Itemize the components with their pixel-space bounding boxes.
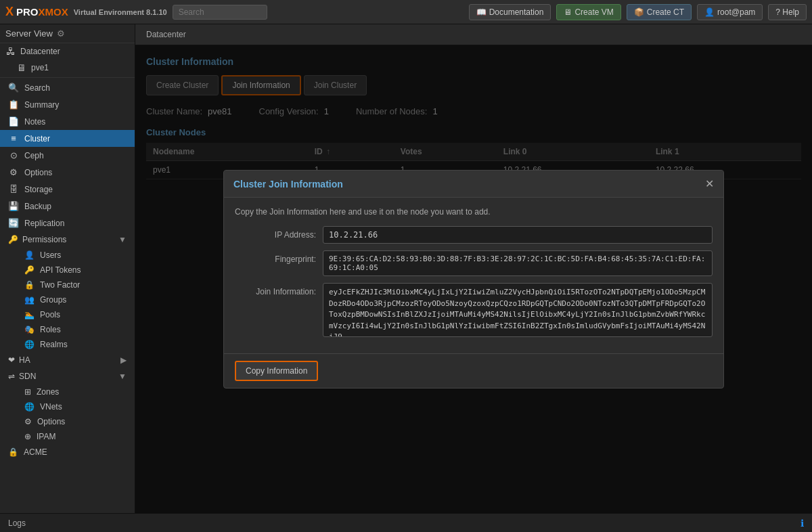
sidebar-item-realms[interactable]: 🌐 Realms <box>0 337 135 352</box>
sdn-expand-icon: ▼ <box>118 372 127 381</box>
zones-icon: ⊞ <box>24 387 31 397</box>
close-icon[interactable]: ✕ <box>705 177 714 190</box>
logo-x: X <box>5 5 14 19</box>
vm-icon: 🖥 <box>564 7 572 17</box>
sidebar-item-pve1[interactable]: 🖥 pve1 <box>0 60 135 76</box>
join-info-label: Join Information: <box>235 283 316 296</box>
info-icon: ℹ <box>800 518 804 529</box>
roles-label: Roles <box>40 325 61 334</box>
help-button[interactable]: ? Help <box>768 4 807 20</box>
backup-icon: 💾 <box>8 201 19 211</box>
sidebar-item-ha[interactable]: ❤ HA ▶ <box>0 352 135 368</box>
sidebar-item-search[interactable]: 🔍 Search <box>0 79 135 96</box>
storage-label: Storage <box>24 185 53 194</box>
acme-icon: 🔒 <box>8 447 18 457</box>
cluster-label: Cluster <box>24 134 50 143</box>
replication-icon: 🔄 <box>8 218 19 228</box>
permissions-label: Permissions <box>22 235 66 244</box>
chevron-down-icon: ▼ <box>118 235 127 244</box>
join-info-value: eyJcEFkZHJIc3MiOibxMC4yLjIxLjY2IiwiZmluZ… <box>323 283 713 337</box>
datacenter-label: Datacenter <box>20 47 60 56</box>
sidebar-item-permissions[interactable]: 🔑 Permissions ▼ <box>0 231 135 248</box>
fingerprint-value: 9E:39:65:CA:D2:58:93:B0:3D:88:7F:B3:3E:2… <box>323 250 713 276</box>
book-icon: 📖 <box>476 7 487 17</box>
sidebar-item-notes[interactable]: 📄 Notes <box>0 113 135 130</box>
vnets-icon: 🌐 <box>24 402 35 412</box>
options-sdn-icon: ⚙ <box>24 417 32 426</box>
fingerprint-label: Fingerprint: <box>235 250 316 264</box>
replication-label: Replication <box>24 219 64 228</box>
sidebar-item-ceph[interactable]: ⊙ Ceph <box>0 147 135 164</box>
sidebar-item-datacenter[interactable]: 🖧 Datacenter <box>0 43 135 60</box>
sidebar-item-pools[interactable]: 🏊 Pools <box>0 307 135 322</box>
modal-overlay: Cluster Join Information ✕ Copy the Join… <box>135 45 812 513</box>
ceph-label: Ceph <box>24 151 44 160</box>
create-vm-button[interactable]: 🖥 Create VM <box>556 4 621 20</box>
users-icon: 👤 <box>24 250 35 260</box>
modal-body: Copy the Join Information here and use i… <box>224 198 723 353</box>
realms-icon: 🌐 <box>24 340 35 349</box>
sidebar-item-two-factor[interactable]: 🔒 Two Factor <box>0 278 135 292</box>
search-input-top[interactable] <box>173 5 267 20</box>
content-inner: Cluster Information Create Cluster Join … <box>135 45 812 513</box>
user-icon: 👤 <box>704 7 715 17</box>
ip-address-row: IP Address: 10.2.21.66 <box>235 226 713 244</box>
zones-label: Zones <box>37 387 59 397</box>
ha-icon: ❤ <box>8 355 15 365</box>
sidebar-title: Server View <box>5 28 53 39</box>
backup-label: Backup <box>24 202 51 211</box>
realms-label: Realms <box>40 340 68 349</box>
sidebar-item-options-sdn[interactable]: ⚙ Options <box>0 414 135 429</box>
logo: X PROXMOX Virtual Environment 8.1.10 <box>5 5 167 19</box>
sdn-icon: ⇌ <box>8 372 15 381</box>
notes-icon: 📄 <box>8 116 19 127</box>
sidebar-item-options[interactable]: ⚙ Options <box>0 164 135 181</box>
sidebar-item-backup[interactable]: 💾 Backup <box>0 198 135 215</box>
sidebar-item-cluster[interactable]: ≡ Cluster <box>0 130 135 147</box>
datacenter-icon: 🖧 <box>5 46 16 57</box>
sidebar-item-ipam[interactable]: ⊕ IPAM <box>0 429 135 444</box>
ip-label: IP Address: <box>235 226 316 240</box>
app-subtitle: Virtual Environment 8.1.10 <box>74 8 167 16</box>
documentation-button[interactable]: 📖 Documentation <box>469 4 551 20</box>
sidebar-item-replication[interactable]: 🔄 Replication <box>0 215 135 231</box>
gear-icon[interactable]: ⚙ <box>57 28 65 39</box>
sidebar-item-users[interactable]: 👤 Users <box>0 248 135 263</box>
fingerprint-row: Fingerprint: 9E:39:65:CA:D2:58:93:B0:3D:… <box>235 250 713 276</box>
ha-label: HA <box>19 355 30 365</box>
groups-label: Groups <box>40 295 66 305</box>
sidebar-item-zones[interactable]: ⊞ Zones <box>0 384 135 399</box>
permissions-icon: 🔑 <box>8 235 18 244</box>
user-button[interactable]: 👤 root@pam <box>697 4 763 20</box>
roles-icon: 🎭 <box>24 325 35 334</box>
sidebar-item-sdn[interactable]: ⇌ SDN ▼ <box>0 368 135 384</box>
pools-label: Pools <box>40 310 60 319</box>
sidebar-item-groups[interactable]: 👥 Groups <box>0 292 135 307</box>
sidebar-item-storage[interactable]: 🗄 Storage <box>0 181 135 198</box>
logs-bar: Logs ℹ <box>0 513 812 532</box>
options-label: Options <box>24 168 52 177</box>
sidebar-item-summary[interactable]: 📋 Summary <box>0 96 135 113</box>
create-ct-button[interactable]: 📦 Create CT <box>627 4 692 20</box>
modal-footer: Copy Information <box>224 353 723 388</box>
search-nav-icon: 🔍 <box>8 83 19 93</box>
pve1-label: pve1 <box>31 63 49 72</box>
sdn-label: SDN <box>19 372 36 381</box>
sidebar-item-vnets[interactable]: 🌐 VNets <box>0 399 135 414</box>
summary-label: Summary <box>24 100 59 110</box>
join-info-row: Join Information: eyJcEFkZHJIc3MiOibxMC4… <box>235 283 713 337</box>
vnets-label: VNets <box>40 402 62 412</box>
modal-title: Cluster Join Information <box>233 179 343 190</box>
sidebar-item-roles[interactable]: 🎭 Roles <box>0 322 135 337</box>
pools-icon: 🏊 <box>24 310 35 319</box>
api-tokens-label: API Tokens <box>40 265 81 275</box>
modal-description: Copy the Join Information here and use i… <box>235 207 713 217</box>
logo-text: PROXMOX <box>16 6 68 18</box>
ct-icon: 📦 <box>634 7 644 17</box>
search-nav-label: Search <box>24 83 50 93</box>
sidebar-item-acme[interactable]: 🔒 ACME <box>0 444 135 460</box>
storage-icon: 🗄 <box>8 184 19 194</box>
ha-expand-icon: ▶ <box>120 355 127 365</box>
copy-information-button[interactable]: Copy Information <box>235 361 318 381</box>
sidebar-item-api-tokens[interactable]: 🔑 API Tokens <box>0 263 135 278</box>
